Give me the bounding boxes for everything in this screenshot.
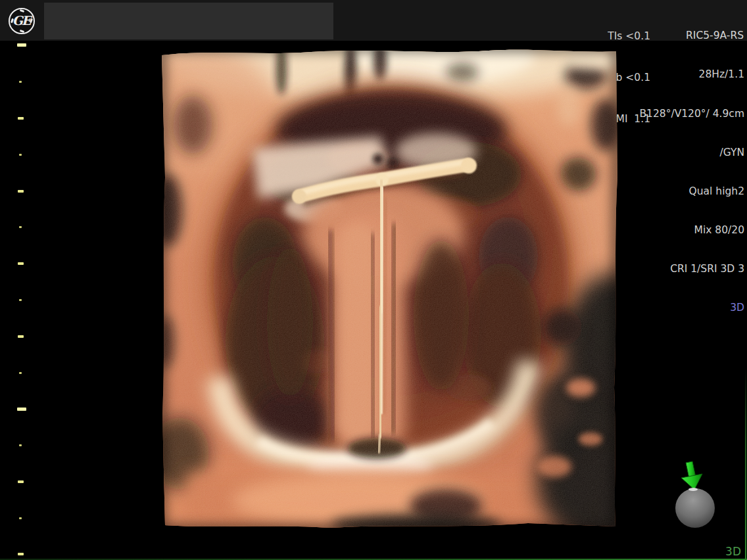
render-mode-label: 3D: [639, 302, 744, 315]
ultrasound-screen: GE TIs <0.1 TIb <0.1 MI 1.1 RIC5-9A-RS 2…: [0, 0, 747, 560]
ruler-tick: [17, 408, 26, 411]
ruler-tick: [19, 372, 22, 374]
footer-3d-label: 3D: [725, 545, 741, 558]
tis-readout: TIs <0.1: [607, 30, 650, 43]
preset-readout: /GYN: [639, 147, 744, 160]
angle-depth-readout: B128°/V120°/ 4.9cm: [639, 108, 744, 121]
probe-name: RIC5-9A-RS: [686, 30, 744, 41]
depth-ruler: [0, 0, 39, 560]
ultrasound-image[interactable]: [160, 46, 618, 530]
orientation-ball-icon: [675, 488, 715, 528]
frame-rate-readout: 28Hz/1.1: [639, 68, 744, 82]
imaging-parameters: 28Hz/1.1 B128°/V120°/ 4.9cm /GYN Qual hi…: [639, 43, 744, 340]
cri-sri-readout: CRI 1/SRI 3D 3: [639, 263, 744, 276]
ruler-tick: [19, 299, 22, 301]
ruler-tick: [18, 117, 24, 120]
ruler-tick: [19, 81, 22, 83]
ruler-tick: [18, 190, 24, 193]
ruler-tick: [19, 444, 22, 446]
ruler-tick: [19, 517, 22, 519]
ruler-tick: [19, 226, 22, 228]
mix-readout: Mix 80/20: [639, 224, 744, 237]
right-frame-line: [745, 368, 746, 560]
ruler-tick: [17, 43, 26, 47]
ruler-tick: [18, 480, 24, 483]
patient-banner: [44, 3, 333, 39]
ruler-tick: [18, 262, 24, 265]
quality-readout: Qual high2: [639, 185, 744, 198]
ruler-tick: [18, 553, 24, 555]
orientation-marker[interactable]: [671, 455, 723, 534]
orientation-arrow-icon: [681, 461, 702, 490]
ruler-tick: [18, 335, 24, 338]
ruler-tick: [19, 154, 22, 156]
